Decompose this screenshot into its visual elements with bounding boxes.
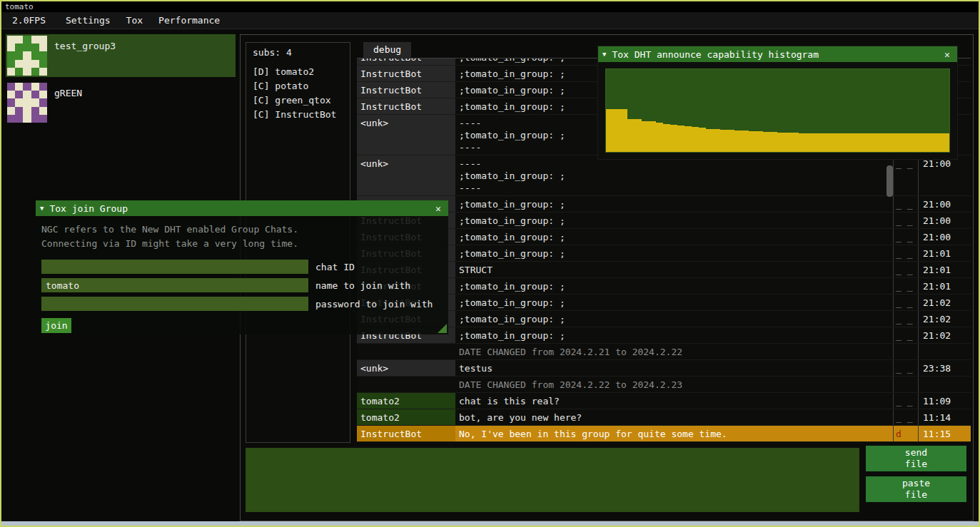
join-window-titlebar[interactable]: ▼ Tox join Group ✕: [36, 200, 448, 216]
histogram-bar: [885, 133, 892, 152]
message-row[interactable]: <unk>----;tomato_in_group: ;----_ _21:00: [357, 155, 971, 196]
send-file-button[interactable]: send file: [866, 446, 966, 471]
menu-item-tox[interactable]: Tox: [118, 14, 151, 27]
message-time: 21:01: [919, 262, 959, 277]
message-text: ;tomato_in_group: ;: [455, 278, 886, 294]
histogram-bar: [692, 127, 699, 152]
scrollbar-thumb[interactable]: [886, 165, 893, 197]
collapse-icon[interactable]: ▼: [602, 51, 606, 58]
message-text: ----;tomato_in_group: ;----: [455, 155, 886, 195]
collapse-icon[interactable]: ▼: [40, 205, 44, 212]
message-row[interactable]: InstructBot;tomato_in_group: ;_ _21:02: [357, 295, 971, 311]
message-row[interactable]: InstructBot;tomato_in_group: ;_ _21:00: [357, 229, 971, 245]
message-flags: _ _: [893, 262, 919, 277]
histogram-bar: [871, 133, 878, 152]
histogram-bar: [942, 133, 949, 152]
menu-item-performance[interactable]: Performance: [151, 14, 228, 27]
message-sender: [357, 344, 455, 359]
scrollbar-gutter: [886, 229, 893, 245]
histogram-bar: [713, 129, 720, 152]
member-item[interactable]: [C] green_qtox: [253, 93, 343, 108]
message-row[interactable]: InstructBot;tomato_in_group: ;_ _21:01: [357, 278, 971, 295]
member-item[interactable]: [D] tomato2: [253, 65, 343, 79]
scrollbar-gutter: [886, 360, 893, 376]
subs-header: subs: 4: [253, 47, 343, 58]
histogram-bar: [770, 132, 777, 152]
message-flags: _ _: [893, 245, 919, 261]
message-time: 21:01: [919, 245, 959, 261]
message-text: testus: [455, 360, 886, 376]
message-time: 23:38: [919, 360, 959, 376]
message-flags: d: [893, 426, 919, 441]
member-item[interactable]: [C] potato: [253, 79, 343, 93]
message-row[interactable]: DATE CHANGED from 2024.2.21 to 2024.2.22: [357, 344, 971, 360]
message-row[interactable]: InstructBot;tomato_in_group: ;_ _21:01: [357, 245, 971, 262]
message-sender: InstructBot: [357, 82, 455, 98]
message-sender: InstructBot: [357, 58, 455, 65]
member-list: [D] tomato2[C] potato[C] green_qtox[C] I…: [253, 65, 343, 122]
message-flags: _ _: [893, 295, 919, 310]
message-row[interactable]: InstructBot;tomato_in_group: ;_ _21:02: [357, 311, 971, 327]
join-field-row: password to join with: [41, 295, 443, 313]
message-row[interactable]: InstructBot;tomato_in_group: ;_ _21:00: [357, 196, 971, 213]
scrollbar-gutter: [886, 213, 893, 228]
histogram-bar: [656, 123, 663, 152]
histogram-bar: [857, 133, 864, 152]
scrollbar-gutter: [886, 426, 893, 441]
message-row[interactable]: DATE CHANGED from 2024.2.22 to 2024.2.23: [357, 377, 971, 393]
message-flags: _ _: [893, 213, 919, 228]
close-icon[interactable]: ✕: [433, 203, 444, 214]
message-row[interactable]: InstructBot;tomato_in_group: ;_ _21:00: [357, 213, 971, 229]
message-sender: <unk>: [357, 155, 455, 195]
window-titlebar[interactable]: tomato: [1, 1, 979, 12]
message-sender: InstructBot: [357, 426, 455, 441]
message-text: STRUCT: [455, 262, 886, 277]
histogram-bar: [620, 109, 627, 152]
message-text: No, I've been in this group for quite so…: [455, 426, 886, 441]
histogram-bar: [677, 126, 685, 152]
message-row[interactable]: InstructBot;tomato_in_group: ;_ _21:02: [357, 327, 971, 344]
join-name-input[interactable]: [41, 278, 308, 292]
message-row[interactable]: InstructBotNo, I've been in this group f…: [357, 426, 971, 442]
chat-message-input[interactable]: [246, 448, 859, 512]
group-list-item[interactable]: test_group3: [6, 34, 236, 77]
chat-id-input[interactable]: [41, 260, 308, 274]
scrollbar-gutter: [886, 245, 893, 261]
message-flags: _ _: [893, 360, 919, 376]
message-time: 21:00: [919, 213, 959, 228]
message-row[interactable]: tomato2chat is this real?_ _11:09: [357, 393, 971, 409]
menu-item-settings[interactable]: Settings: [58, 14, 118, 27]
join-group-window: ▼ Tox join Group ✕ NGC refers to the New…: [36, 200, 448, 334]
paste-file-button[interactable]: paste file: [866, 476, 966, 502]
message-flags: _ _: [893, 229, 919, 245]
histogram-bar: [663, 124, 670, 152]
histogram-bar: [892, 133, 899, 152]
message-row[interactable]: InstructBotSTRUCT_ _21:01: [357, 262, 971, 278]
histogram-window-titlebar[interactable]: ▼ Tox DHT announce capability histogram …: [598, 46, 957, 62]
histogram-bar: [864, 133, 871, 152]
histogram-bar: [727, 130, 734, 152]
message-text: ;tomato_in_group: ;: [455, 245, 886, 261]
group-list-item[interactable]: gREEN: [6, 81, 236, 124]
join-password-input[interactable]: [41, 297, 308, 311]
message-flags: _ _: [893, 311, 919, 327]
close-icon[interactable]: ✕: [941, 49, 953, 60]
member-item[interactable]: [C] InstructBot: [253, 108, 343, 122]
histogram-bar: [835, 133, 842, 152]
group-name: test_group3: [54, 41, 116, 51]
message-row[interactable]: tomato2bot, are you new here?_ _11:14: [357, 409, 971, 426]
histogram-bar: [706, 129, 713, 152]
scrollbar-gutter: [886, 262, 893, 277]
group-list: test_group3gREEN: [6, 34, 237, 124]
histogram-bar: [928, 133, 935, 152]
histogram-bar: [842, 133, 849, 152]
join-button[interactable]: join: [41, 318, 71, 333]
message-time: 21:00: [919, 155, 959, 195]
histogram-bar: [763, 132, 770, 152]
message-flags: _ _: [893, 278, 919, 294]
tab-debug[interactable]: debug: [363, 42, 411, 58]
scrollbar-gutter: [886, 344, 893, 359]
message-row[interactable]: <unk>testus_ _23:38: [357, 360, 971, 377]
histogram-bar: [742, 131, 749, 152]
resize-grip[interactable]: [438, 324, 447, 333]
